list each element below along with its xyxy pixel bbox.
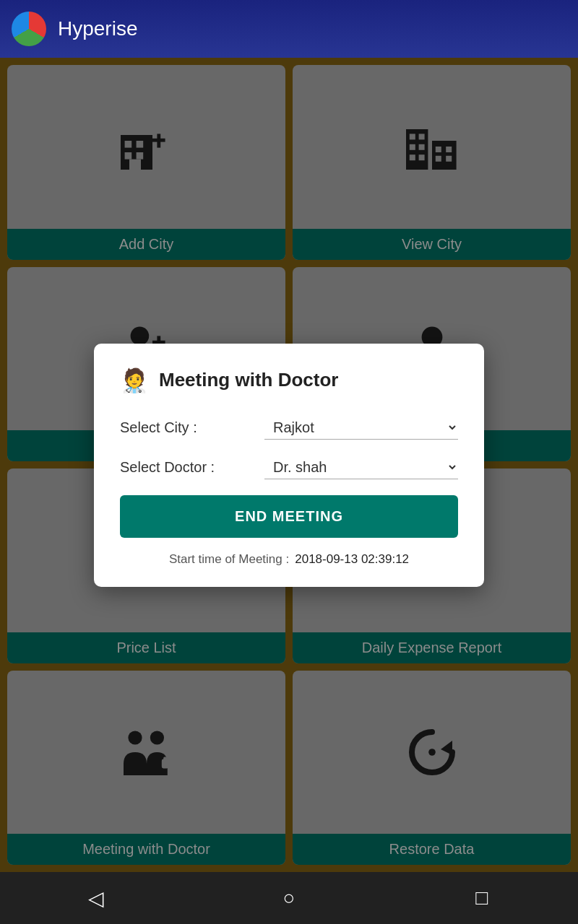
start-time-row: Start time of Meeting : 2018-09-13 02:39… (120, 552, 458, 567)
modal-doctor-label: Select Doctor : (120, 459, 257, 476)
app-logo (12, 12, 46, 46)
modal-city-label: Select City : (120, 419, 257, 436)
modal-overlay: 🧑‍⚕️ Meeting with Doctor Select City : R… (0, 58, 578, 872)
modal-doctor-field: Select Doctor : Dr. shah Dr. patel Dr. m… (120, 456, 458, 479)
modal-city-select[interactable]: Rajkot Ahmedabad Surat Vadodara (264, 416, 458, 440)
app-title: Hyperise (58, 17, 137, 40)
start-time-value: 2018-09-13 02:39:12 (295, 552, 409, 567)
top-bar: Hyperise (0, 0, 578, 58)
modal-meeting-doctor: 🧑‍⚕️ Meeting with Doctor Select City : R… (94, 344, 484, 587)
bottom-nav: ◁ ○ □ (0, 872, 578, 924)
modal-title-text: Meeting with Doctor (159, 369, 338, 391)
modal-meeting-icon: 🧑‍⚕️ (120, 367, 149, 394)
home-button[interactable]: ○ (267, 876, 311, 920)
back-button[interactable]: ◁ (74, 876, 118, 920)
end-meeting-button[interactable]: END MEETING (120, 495, 458, 538)
start-time-label: Start time of Meeting : (169, 552, 289, 567)
modal-title-row: 🧑‍⚕️ Meeting with Doctor (120, 367, 458, 394)
modal-doctor-select[interactable]: Dr. shah Dr. patel Dr. mehta (264, 456, 458, 479)
modal-city-field: Select City : Rajkot Ahmedabad Surat Vad… (120, 416, 458, 440)
recent-button[interactable]: □ (460, 876, 504, 920)
